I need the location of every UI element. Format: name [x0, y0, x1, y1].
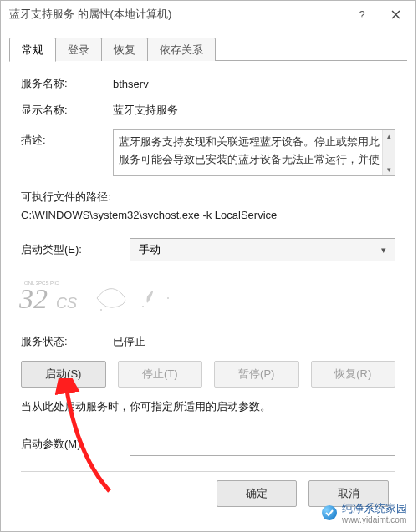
- start-params-input[interactable]: [130, 433, 395, 456]
- svg-point-5: [167, 297, 169, 299]
- close-icon: [391, 10, 400, 19]
- start-params-label: 启动参数(M):: [21, 437, 130, 452]
- description-scrollbar[interactable]: ▴ ▾: [382, 130, 395, 175]
- dialog-separator: [21, 471, 395, 472]
- svg-text:32: 32: [18, 283, 48, 314]
- tab-dependencies[interactable]: 依存关系: [147, 38, 216, 61]
- tab-strip: 常规 登录 恢复 依存关系: [1, 28, 415, 61]
- startup-note: 当从此处启动服务时，你可指定所适用的启动参数。: [21, 399, 395, 414]
- close-button[interactable]: [379, 3, 412, 26]
- tab-logon[interactable]: 登录: [55, 38, 102, 61]
- service-status-value: 已停止: [113, 334, 395, 349]
- description-text: 蓝牙服务支持发现和关联远程蓝牙设备。停止或禁用此服务可能会导致已安装的蓝牙设备无…: [119, 134, 380, 172]
- brand-logo-icon: [322, 505, 337, 520]
- brand-name: 纯净系统家园: [342, 502, 407, 514]
- startup-type-label: 启动类型(E):: [21, 242, 130, 257]
- executable-path-label: 可执行文件的路径:: [21, 188, 395, 206]
- svg-point-4: [142, 306, 144, 307]
- scroll-down-icon[interactable]: ▾: [383, 164, 395, 175]
- ok-button[interactable]: 确定: [217, 480, 297, 507]
- tab-content: 服务名称: bthserv 显示名称: 蓝牙支持服务 描述: 蓝牙服务支持发现和…: [1, 61, 415, 515]
- separator: [21, 322, 395, 322]
- pause-button: 暂停(P): [214, 361, 299, 388]
- executable-path-block: 可执行文件的路径: C:\WINDOWS\system32\svchost.ex…: [21, 188, 395, 225]
- tab-recovery[interactable]: 恢复: [101, 38, 148, 61]
- brand-watermark: 纯净系统家园 www.yidaimt.com: [322, 501, 407, 524]
- brand-url: www.yidaimt.com: [342, 516, 407, 524]
- properties-dialog: 蓝牙支持服务 的属性(本地计算机) ? 常规 登录 恢复 依存关系 服务名称: …: [0, 0, 416, 532]
- display-name-label: 显示名称:: [21, 103, 113, 118]
- startup-type-select[interactable]: 手动 ▾: [130, 238, 395, 261]
- executable-path-value: C:\WINDOWS\system32\svchost.exe -k Local…: [21, 206, 395, 225]
- display-name-value: 蓝牙支持服务: [113, 103, 395, 118]
- titlebar: 蓝牙支持服务 的属性(本地计算机) ?: [1, 1, 415, 28]
- svg-point-3: [100, 309, 102, 311]
- service-name-value: bthserv: [113, 78, 395, 90]
- help-button[interactable]: ?: [345, 3, 379, 26]
- watermark: ONL 3PCS PIC 32 CS: [18, 273, 395, 318]
- service-status-label: 服务状态:: [21, 334, 113, 349]
- description-box[interactable]: 蓝牙服务支持发现和关联远程蓝牙设备。停止或禁用此服务可能会导致已安装的蓝牙设备无…: [113, 129, 395, 176]
- svg-text:CS: CS: [56, 295, 77, 312]
- tab-general[interactable]: 常规: [9, 38, 56, 62]
- service-control-buttons: 启动(S) 停止(T) 暂停(P) 恢复(R): [21, 361, 395, 388]
- stop-button: 停止(T): [118, 361, 203, 388]
- start-button[interactable]: 启动(S): [21, 361, 106, 388]
- description-label: 描述:: [21, 129, 113, 148]
- resume-button: 恢复(R): [311, 361, 396, 388]
- scroll-up-icon[interactable]: ▴: [383, 130, 395, 142]
- chevron-down-icon: ▾: [381, 245, 386, 256]
- service-name-label: 服务名称:: [21, 76, 113, 91]
- window-title: 蓝牙支持服务 的属性(本地计算机): [9, 7, 345, 22]
- startup-type-value: 手动: [139, 242, 161, 257]
- window-controls: ?: [345, 3, 412, 26]
